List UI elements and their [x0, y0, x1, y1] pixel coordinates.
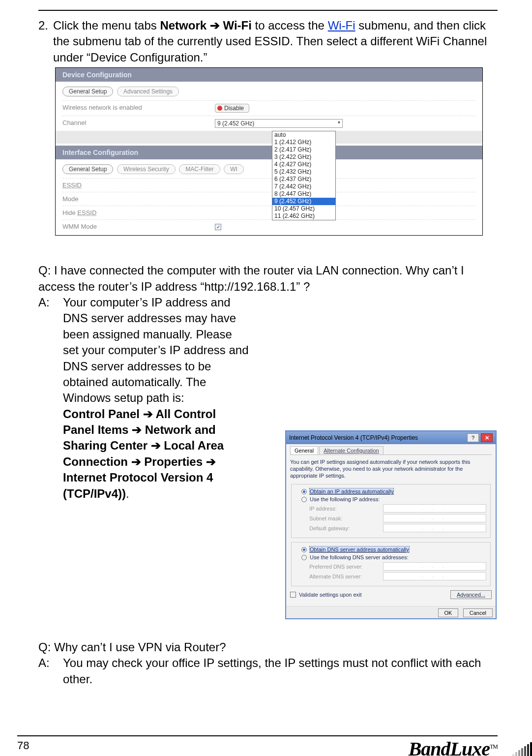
cancel-button[interactable]: Cancel	[463, 608, 493, 617]
question-1: Q: I have connected the computer with th…	[38, 263, 498, 295]
subnet-mask-label: Subnet mask:	[309, 515, 383, 521]
close-button[interactable]: ✕	[481, 433, 493, 442]
hide-essid-label: Hide ESSID	[62, 209, 205, 216]
answer-body-1: Your computer’s IP address and DNS serve…	[63, 295, 250, 502]
wifi-link[interactable]: Wi-Fi	[328, 19, 355, 32]
wmm-checkbox[interactable]: ✓	[215, 224, 221, 230]
ip-address-label: IP address:	[309, 506, 383, 512]
a1-text: Your computer’s IP address and DNS serve…	[63, 296, 249, 404]
dropdown-item[interactable]: 6 (2.437 GHz)	[272, 176, 335, 183]
pref-dns-label: Preferred DNS server:	[309, 564, 383, 570]
ipv4-titlebar: Internet Protocol Version 4 (TCP/IPv4) P…	[286, 431, 496, 444]
opt-auto-dns[interactable]: Obtain DNS server address automatically	[301, 546, 486, 552]
tab-advanced-settings[interactable]: Advanced Settings	[117, 87, 179, 96]
opt-use-dns[interactable]: Use the following DNS server addresses:	[301, 554, 486, 560]
channel-dropdown[interactable]: auto 1 (2.412 GHz) 2 (2.417 GHz) 3 (2.42…	[272, 131, 336, 220]
device-config-screenshot: Device Configuration General Setup Advan…	[55, 67, 483, 236]
radio-on-icon	[301, 489, 307, 494]
dropdown-item[interactable]: 11 (2.462 GHz)	[272, 212, 335, 220]
answer-body-2: You may check your office IP settings, t…	[63, 655, 498, 687]
step-2: 2. Click the menu tabs Network ➔ Wi-Fi t…	[38, 18, 498, 65]
opt-auto-dns-label: Obtain DNS server address automatically	[310, 546, 409, 552]
t1c: to access the	[252, 19, 328, 32]
a1-path-bold: Control Panel ➔ All Control Panel Items …	[63, 407, 224, 500]
answer-label-2: A:	[38, 655, 63, 671]
device-config-tabs: General Setup Advanced Settings	[62, 87, 475, 96]
pref-dns-field: . . .	[383, 562, 486, 571]
disable-dot-icon	[217, 106, 222, 111]
a1-end: .	[126, 487, 129, 500]
opt-use-ip-label: Use the following IP address:	[310, 496, 380, 502]
ipv4-description: You can get IP settings assigned automat…	[290, 459, 492, 479]
signal-bars-icon	[512, 742, 532, 756]
dropdown-item[interactable]: 1 (2.412 GHz)	[272, 139, 335, 146]
disable-button[interactable]: Disable	[215, 104, 249, 113]
dropdown-item[interactable]: 4 (2.427 GHz)	[272, 161, 335, 168]
gateway-label: Default gateway:	[309, 525, 383, 531]
tab-general[interactable]: General	[290, 446, 318, 454]
ipv4-properties-screenshot: Internet Protocol Version 4 (TCP/IPv4) P…	[285, 430, 497, 619]
essid-label: ESSID	[62, 181, 82, 189]
tab-wireless-security[interactable]: Wireless Security	[117, 164, 176, 174]
tm-mark: TM	[490, 743, 498, 750]
opt-auto-ip-label: Obtain an IP address automatically	[310, 488, 393, 494]
tab-mac-filter[interactable]: MAC-Filter	[179, 164, 220, 174]
opt-use-dns-label: Use the following DNS server addresses:	[310, 554, 409, 560]
page-footer: 78 BandLuxeTM	[0, 735, 532, 736]
t1b: Network ➔ Wi-Fi	[160, 19, 251, 32]
mode-label: Mode	[62, 195, 205, 203]
step-number: 2.	[38, 18, 53, 65]
answer-label-1: A:	[38, 295, 63, 310]
validate-label: Validate settings upon exit	[299, 592, 362, 598]
wireless-enabled-label: Wireless network is enabled	[62, 104, 205, 113]
disable-label: Disable	[224, 105, 244, 112]
interface-config-header: Interface Configuration	[56, 146, 482, 159]
opt-use-ip[interactable]: Use the following IP address:	[301, 496, 486, 502]
brand-logo: BandLuxeTM	[409, 737, 498, 756]
advanced-button[interactable]: Advanced...	[450, 590, 492, 599]
alt-dns-field: . . .	[383, 572, 486, 580]
radio-off-icon	[301, 555, 307, 560]
radio-on-icon	[301, 547, 307, 552]
tab-if-general[interactable]: General Setup	[62, 164, 113, 174]
dropdown-item[interactable]: 8 (2.447 GHz)	[272, 190, 335, 198]
dropdown-item[interactable]: 3 (2.422 GHz)	[272, 153, 335, 161]
tab-wi[interactable]: WI	[224, 164, 244, 174]
tab-alternate[interactable]: Alternate Configuration	[319, 446, 384, 454]
dropdown-item[interactable]: 5 (2.432 GHz)	[272, 168, 335, 176]
dropdown-item[interactable]: 7 (2.442 GHz)	[272, 183, 335, 190]
ok-button[interactable]: OK	[438, 608, 459, 617]
dropdown-item[interactable]: auto	[272, 131, 335, 139]
radio-off-icon	[301, 497, 307, 502]
dropdown-item[interactable]: 2 (2.417 GHz)	[272, 146, 335, 153]
wmm-mode-label: WMM Mode	[62, 223, 205, 230]
page-number: 78	[17, 739, 29, 752]
ipv4-tabs: General Alternate Configuration	[290, 446, 492, 455]
opt-auto-ip[interactable]: Obtain an IP address automatically	[301, 488, 486, 494]
gateway-field: . . .	[383, 524, 486, 532]
ipv4-title: Internet Protocol Version 4 (TCP/IPv4) P…	[289, 434, 465, 441]
tab-general-setup[interactable]: General Setup	[62, 87, 113, 96]
subnet-mask-field: . . .	[383, 514, 486, 522]
channel-label: Channel	[62, 119, 205, 128]
ip-address-field: . . .	[383, 504, 486, 513]
alt-dns-label: Alternate DNS server:	[309, 574, 383, 579]
help-button[interactable]: ?	[467, 433, 479, 442]
validate-checkbox[interactable]	[290, 592, 296, 598]
dropdown-item[interactable]: 10 (2.457 GHz)	[272, 205, 335, 212]
t1a: Click the menu tabs	[53, 19, 160, 32]
qa-block-2: Q: Why can’t I use VPN via Router? A: Yo…	[38, 639, 498, 687]
step-text: Click the menu tabs Network ➔ Wi-Fi to a…	[53, 18, 498, 65]
channel-select[interactable]: 9 (2.452 GHz)	[215, 119, 343, 128]
dropdown-item-selected[interactable]: 9 (2.452 GHz)	[272, 198, 335, 205]
device-config-header: Device Configuration	[56, 68, 482, 82]
interface-config-tabs: General Setup Wireless Security MAC-Filt…	[62, 164, 475, 174]
question-2: Q: Why can’t I use VPN via Router?	[38, 639, 498, 655]
